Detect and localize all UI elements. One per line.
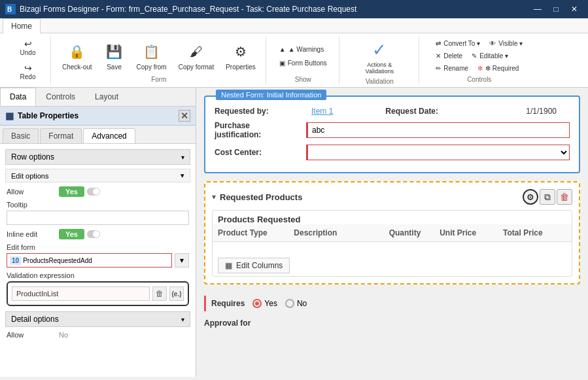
redo-button[interactable]: ↪ Redo [17,61,39,82]
close-button[interactable]: ✕ [566,3,583,16]
tooltip-input[interactable] [7,211,189,225]
edit-options-arrow: ▾ [181,171,184,180]
validation-edit-btn[interactable]: (e.) [169,286,184,301]
row-options-section[interactable]: Row options ▾ [5,149,190,165]
allow-toggle-switch[interactable] [87,188,100,196]
products-table-body [213,242,572,255]
detail-options-arrow: ▾ [181,316,184,323]
copy-column-button[interactable]: ⧉ [540,189,555,205]
section-collapse-icon[interactable]: ▾ [212,192,216,201]
sub-tab-advanced[interactable]: Advanced [83,128,135,143]
visible-button[interactable]: 👁 Visible ▾ [486,38,526,49]
convert-icon: ⇄ [436,40,441,47]
panel-close-button[interactable]: ✕ [179,110,190,122]
undo-redo-buttons: ↩ Undo ↪ Redo [17,36,39,83]
tab-layout[interactable]: Layout [85,88,128,106]
radio-no-item[interactable]: No [285,299,307,308]
title-bar: B Bizagi Forms Designer - Form: frm_Crea… [0,0,588,18]
validation-input[interactable] [12,286,150,301]
controls-group-label: Controls [467,76,491,84]
allow-field-row: Allow Yes [5,186,190,197]
gear-settings-button[interactable]: ⚙ [523,189,538,205]
delete-section-button[interactable]: 🗑 [557,189,572,205]
delete-button[interactable]: ✕ Delete [432,50,466,61]
requires-divider [204,296,206,311]
save-button[interactable]: 💾 Save [99,38,130,74]
show-group-label: Show [295,76,311,84]
table-properties-header: ▦ Table Properties ✕ [0,107,196,126]
detail-options-label: Detail options [11,315,59,324]
products-table-title: Products Requested [213,211,572,224]
col-description: Description [294,228,389,237]
section-controls: ⚙ ⧉ 🗑 [523,189,572,205]
edit-form-badge: 10 [10,256,21,265]
col-quantity: Quantity [389,228,440,237]
validation-group-label: Validation [366,78,394,86]
checkout-button[interactable]: 🔒 Check-out [58,38,97,74]
products-inner: Products Requested Product Type Descript… [212,210,572,277]
panel-top-tabs: Data Controls Layout [0,88,196,107]
detail-options-section[interactable]: Detail options ▾ [5,311,190,327]
right-panel: Nested Form: Initial Information Request… [196,88,588,377]
save-icon: 💾 [104,41,125,62]
sub-tab-basic[interactable]: Basic [3,128,39,143]
editable-button[interactable]: ✎ Editable ▾ [468,50,511,61]
cost-center-label: Cost Center: [215,148,306,157]
controls-group: ⇄ Convert To ▾ 👁 Visible ▾ ✕ Delete ✎ [421,36,538,84]
bottom-section: Requires Yes No Approval for [204,291,580,330]
minimize-button[interactable]: — [529,3,546,16]
form-buttons-button[interactable]: ▣ Form Buttons [275,57,332,69]
copy-format-icon: 🖌 [186,41,207,62]
edit-columns-button[interactable]: ▦ Edit Columns [218,258,290,273]
edit-form-dropdown-btn[interactable]: ▾ [175,253,189,268]
radio-yes-item[interactable]: Yes [252,299,277,308]
copy-format-button[interactable]: 🖌 Copy format [174,38,218,74]
approval-row: Approval for [204,315,580,330]
products-header: ▾ Requested Products ⚙ ⧉ 🗑 [212,189,572,205]
validation-label: Validation expression [7,271,189,279]
warnings-button[interactable]: ▲ ▲ Warnings [275,43,332,56]
inline-edit-switch[interactable] [87,230,100,238]
tab-data[interactable]: Data [0,88,36,106]
maximize-button[interactable]: □ [547,3,564,16]
copy-from-button[interactable]: 📋 Copy from [132,38,171,74]
allow-field-row-2: Allow No [5,331,190,339]
request-date-label: Request Date: [385,107,438,116]
col-product-type: Product Type [218,228,294,237]
validation-group: ✓ Actions & Validations Validation [341,36,419,84]
delete-icon: ✕ [436,52,441,60]
tab-home[interactable]: Home [3,18,41,33]
columns-icon: ▦ [225,261,232,270]
col-unit-price: Unit Price [440,228,503,237]
allow-toggle[interactable]: Yes [59,186,84,197]
sub-tab-format[interactable]: Format [40,128,82,143]
validation-delete-btn[interactable]: 🗑 [152,286,167,301]
requires-label: Requires [211,299,245,308]
actions-validations-button[interactable]: ✓ Actions & Validations [349,36,410,78]
requested-by-row: Requested by: Item 1 Request Date: 1/1/1… [215,107,570,116]
ribbon-content: ↩ Undo ↪ Redo 🔒 Check-out � [0,33,588,87]
properties-button[interactable]: ⚙ Properties [221,38,260,74]
edit-icon: ✎ [472,52,477,60]
products-section: ▾ Requested Products ⚙ ⧉ 🗑 Products Requ… [204,181,580,285]
copy-from-icon: 📋 [141,41,162,62]
cost-center-select[interactable] [306,145,570,160]
rename-icon: ✏ [436,65,441,72]
tooltip-area: Tooltip [5,201,190,225]
edit-options-section[interactable]: Edit options ▾ [5,169,190,182]
form-icon: ▣ [279,60,285,67]
purchase-row: Purchase justification: [215,121,570,139]
svg-text:B: B [7,6,12,13]
inline-toggle-slider [93,231,99,237]
inline-edit-toggle[interactable]: Yes [59,229,84,239]
radio-yes-dot [252,299,262,308]
purchase-input[interactable] [306,122,570,138]
rename-button[interactable]: ✏ Rename [432,63,472,74]
nested-form: Nested Form: Initial Information Request… [204,95,580,173]
undo-button[interactable]: ↩ Undo [17,37,39,58]
required-button[interactable]: ✻ ✻ Required [474,63,522,74]
tab-controls[interactable]: Controls [36,88,85,106]
form-group: 🔒 Check-out 💾 Save 📋 Copy from 🖌 Copy fo… [52,36,266,84]
edit-form-area: Edit form 10 ProductsRequestedAdd ▾ [5,243,190,268]
convert-button[interactable]: ⇄ Convert To ▾ [432,38,483,49]
